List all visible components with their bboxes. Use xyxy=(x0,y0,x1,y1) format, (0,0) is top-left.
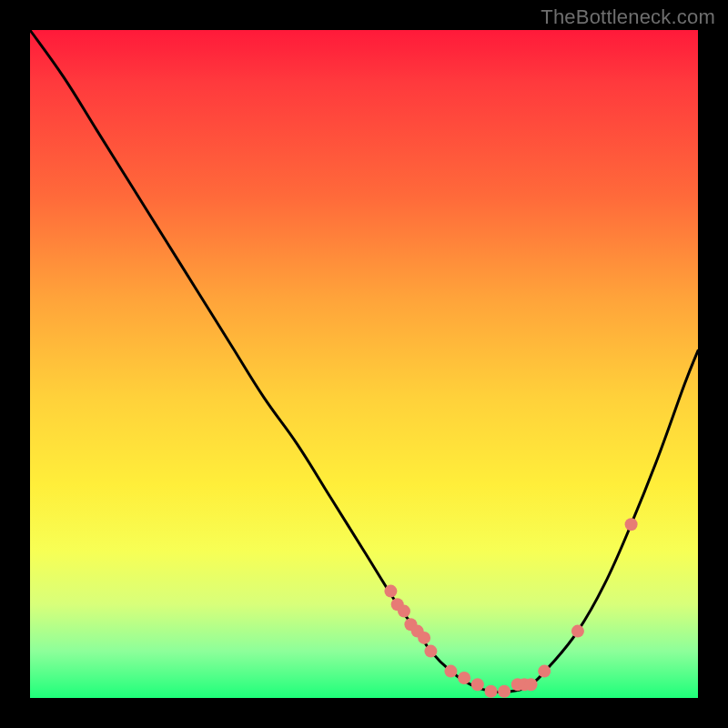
curve-marker xyxy=(471,678,484,691)
curve-marker xyxy=(418,632,430,644)
plot-area xyxy=(30,30,698,698)
curve-marker xyxy=(625,518,638,531)
curve-marker xyxy=(424,645,437,658)
curve-marker xyxy=(525,678,538,691)
curve-svg xyxy=(30,30,698,698)
curve-marker xyxy=(458,672,470,684)
bottleneck-curve-path xyxy=(30,30,698,693)
curve-marker xyxy=(485,685,498,698)
curve-marker xyxy=(444,665,457,678)
curve-marker xyxy=(384,585,397,598)
curve-marker xyxy=(571,625,584,638)
watermark-text: TheBottleneck.com xyxy=(541,5,715,29)
chart-frame: TheBottleneck.com xyxy=(0,0,728,728)
curve-markers-group xyxy=(384,518,637,698)
curve-marker xyxy=(538,665,551,678)
curve-marker xyxy=(498,685,511,698)
curve-marker xyxy=(398,605,410,618)
